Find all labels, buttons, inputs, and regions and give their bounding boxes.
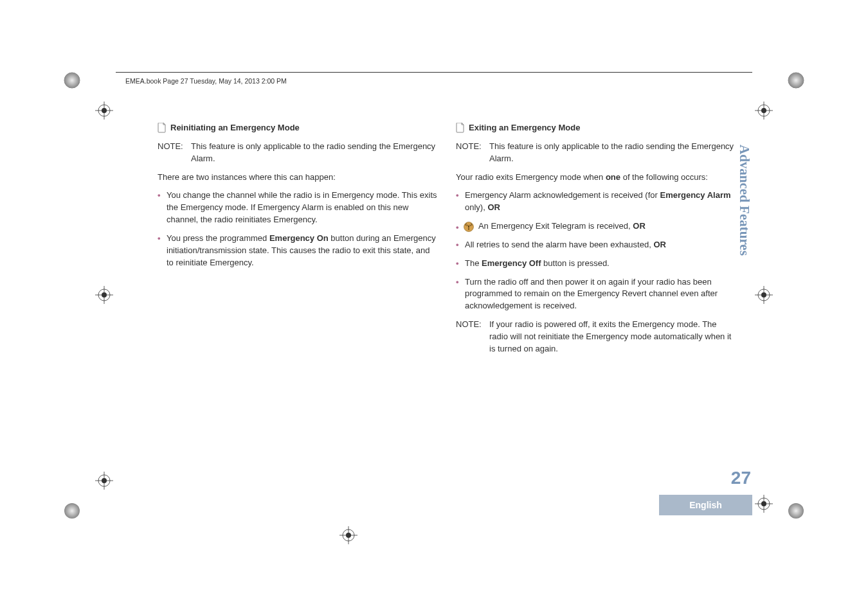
list-item: All retries to send the alarm have been … — [456, 239, 736, 251]
list-item: You press the programmed Emergency On bu… — [158, 233, 438, 269]
text: The — [465, 258, 482, 268]
bold-text: OR — [653, 240, 666, 249]
crop-corner-icon — [785, 500, 807, 522]
svg-point-28 — [102, 478, 107, 483]
bold-text: one — [606, 172, 620, 182]
crop-corner-icon — [61, 500, 83, 522]
note-row: NOTE: This feature is only applicable to… — [456, 141, 736, 165]
header-rule — [116, 72, 752, 73]
svg-point-23 — [346, 533, 351, 538]
note-row: NOTE: This feature is only applicable to… — [158, 141, 438, 165]
bold-text: Emergency On — [269, 233, 329, 243]
list-item: Emergency Alarm acknowledgement is recei… — [456, 190, 736, 214]
bullet-list: Emergency Alarm acknowledgement is recei… — [456, 190, 736, 312]
text: An Emergency Exit Telegram is received, — [478, 221, 633, 231]
text: of the following occurs: — [620, 172, 708, 182]
crop-reg-icon — [755, 102, 773, 120]
section-title: Exiting an Emergency Mode — [469, 122, 580, 134]
crop-corner-icon — [785, 69, 807, 91]
svg-point-19 — [761, 292, 766, 298]
crop-corner-icon — [61, 69, 83, 91]
note-text: This feature is only applicable to the r… — [191, 141, 438, 165]
list-item: Turn the radio off and then power it on … — [456, 276, 736, 313]
bold-text: OR — [633, 221, 646, 231]
bold-text: Emergency Alarm — [660, 190, 730, 200]
crop-reg-icon — [755, 495, 773, 513]
note-row: NOTE: If your radio is powered off, it e… — [456, 319, 736, 355]
section-tab: Advanced Features — [736, 145, 752, 256]
note-label: NOTE: — [158, 141, 191, 165]
bullet-list: You change the channel while the radio i… — [158, 190, 438, 269]
svg-point-35 — [468, 225, 469, 226]
list-item: You change the channel while the radio i… — [158, 190, 438, 226]
svg-point-1 — [64, 73, 80, 88]
text: Your radio exits Emergency mode when — [456, 172, 606, 182]
note-label: NOTE: — [456, 141, 489, 165]
list-item: • An Emergency Exit Telegram is received… — [456, 220, 736, 233]
crop-reg-icon — [755, 286, 773, 304]
right-column: Exiting an Emergency Mode NOTE: This fea… — [456, 122, 736, 362]
svg-point-33 — [761, 501, 766, 506]
paragraph: There are two instances where this can h… — [158, 172, 438, 184]
page-number: 27 — [731, 468, 751, 488]
section-heading: Exiting an Emergency Mode — [456, 122, 736, 134]
text: Emergency Alarm acknowledgement is recei… — [465, 190, 660, 200]
document-icon — [158, 123, 167, 133]
svg-point-29 — [788, 503, 804, 519]
svg-point-11 — [761, 108, 766, 113]
list-item: The Emergency Off button is pressed. — [456, 258, 736, 270]
crop-reg-icon — [339, 526, 357, 544]
paragraph: Your radio exits Emergency mode when one… — [456, 172, 736, 184]
antenna-icon — [464, 222, 474, 232]
document-icon — [456, 123, 465, 133]
left-column: Reinitiating an Emergency Mode NOTE: Thi… — [158, 122, 438, 362]
bold-text: OR — [487, 202, 500, 212]
content-area: Reinitiating an Emergency Mode NOTE: Thi… — [158, 122, 736, 362]
note-text: If your radio is powered off, it exits t… — [489, 319, 736, 355]
header-text: EMEA.book Page 27 Tuesday, May 14, 2013 … — [125, 77, 287, 85]
crop-reg-icon — [95, 286, 113, 304]
svg-point-24 — [64, 503, 80, 519]
section-title: Reinitiating an Emergency Mode — [170, 122, 300, 134]
note-text: This feature is only applicable to the r… — [489, 141, 736, 165]
language-box: English — [659, 495, 752, 515]
note-label: NOTE: — [456, 319, 489, 355]
text: All retries to send the alarm have been … — [465, 240, 653, 249]
text: only), — [465, 202, 487, 212]
svg-point-15 — [102, 292, 107, 298]
bold-text: Emergency Off — [482, 258, 541, 268]
bullet-marker: • — [456, 222, 459, 234]
section-heading: Reinitiating an Emergency Mode — [158, 122, 438, 134]
svg-point-7 — [788, 73, 804, 88]
svg-point-5 — [102, 108, 107, 113]
text: You press the programmed — [167, 233, 269, 243]
crop-reg-icon — [95, 472, 113, 490]
crop-reg-icon — [95, 102, 113, 120]
text: button is pressed. — [541, 258, 610, 268]
